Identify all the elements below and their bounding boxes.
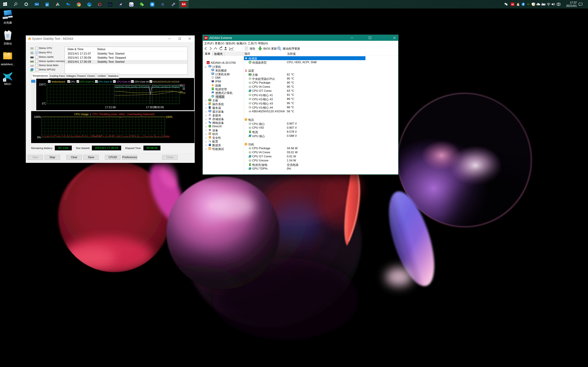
svg-text:|: | [90,113,91,116]
svg-text:KBG40ZNV512G KIOXIA: KBG40ZNV512G KIOXIA [153,80,180,83]
svg-text:BIOS 更新: BIOS 更新 [263,47,277,50]
svg-text:CPU Core #1: CPU Core #1 [80,80,94,83]
svg-text:CPU Core #3: CPU Core #3 [117,80,131,83]
svg-text:100%: 100% [165,116,173,118]
svg-text:报告: 报告 [250,47,255,50]
svg-text:6%: 6% [165,135,169,138]
svg-text:Motherboard: Motherboard [52,80,65,83]
svg-text:CPU Usage: CPU Usage [74,113,89,116]
svg-text:95: 95 [180,84,183,87]
svg-text:17:21:06: 17:21:06 [105,106,116,109]
svg-text:G: G [162,2,164,6]
svg-text:0°C: 0°C [42,102,46,105]
svg-text:123: 123 [31,51,33,53]
svg-text:Lrc: Lrc [109,4,112,6]
svg-text:0%: 0% [37,136,41,139]
svg-text:17:30:09: 17:30:09 [153,106,164,109]
svg-text:100°C: 100°C [39,83,46,86]
svg-text:CPU: CPU [70,80,75,83]
svg-text:驱动程序更新: 驱动程序更新 [283,47,300,50]
svg-text:84: 84 [182,88,185,90]
svg-text:CPU Core #4: CPU Core #4 [135,80,149,83]
svg-text:64: 64 [207,62,209,64]
svg-text:100%: 100% [34,116,41,118]
svg-text:64: 64 [511,3,514,6]
svg-text:60: 60 [180,91,183,94]
svg-text:58: 58 [183,92,185,94]
svg-text:CPU Core #2: CPU Core #2 [98,80,112,83]
svg-text:CPU Throttling (max: 16%) - Ov: CPU Throttling (max: 16%) - Overheating … [92,113,155,116]
